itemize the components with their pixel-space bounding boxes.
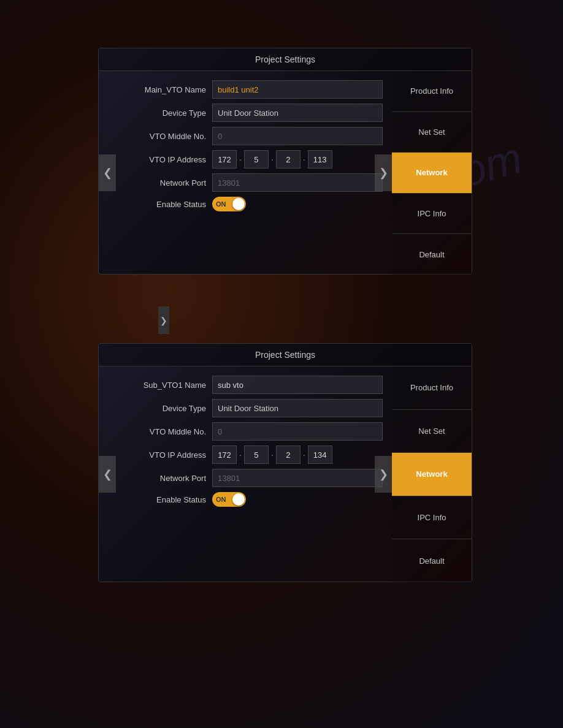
ip-address-fields: · · ·: [212, 150, 332, 169]
enable-status-row: Enable Status ON: [123, 197, 383, 211]
panel-top: Project Settings ❮ Main_VTO Name Device …: [98, 48, 472, 275]
ip-segment-3[interactable]: [276, 150, 301, 169]
enable-status-label-2: Enable Status: [123, 495, 206, 504]
ip-dot-3: ·: [303, 154, 305, 164]
panel-top-left-arrow[interactable]: ❮: [99, 154, 116, 191]
ip-dot-2-2: ·: [271, 450, 274, 460]
vto-ip-address-label: VTO IP Address: [123, 155, 206, 164]
ip-segment-4[interactable]: [308, 150, 332, 169]
default-btn-2[interactable]: Default: [392, 539, 472, 582]
enable-status-label: Enable Status: [123, 200, 206, 209]
vto-middle-no-label-2: VTO Middle No.: [123, 427, 206, 436]
device-type-input-2[interactable]: [212, 399, 383, 417]
net-set-btn[interactable]: Net Set: [392, 112, 472, 153]
network-btn[interactable]: Network: [392, 153, 472, 194]
enable-status-toggle[interactable]: ON: [212, 197, 246, 211]
ip-segment-2-2[interactable]: [244, 446, 269, 464]
between-panels-arrow[interactable]: ❯: [158, 306, 169, 334]
toggle-on-label-2: ON: [216, 496, 226, 503]
panel-bottom-right-arrow[interactable]: ❯: [375, 456, 392, 493]
vto-middle-no-input-2[interactable]: [212, 422, 383, 441]
device-type-row-2: Device Type: [123, 399, 383, 417]
panel-bottom: Project Settings ❮ Sub_VTO1 Name Device …: [98, 343, 472, 582]
ipc-info-btn-2[interactable]: IPC Info: [392, 496, 472, 540]
ip-dot-2-3: ·: [303, 450, 305, 460]
device-type-input[interactable]: [212, 104, 383, 122]
net-set-btn-2[interactable]: Net Set: [392, 410, 472, 453]
device-type-label: Device Type: [123, 108, 206, 118]
network-port-label: Network Port: [123, 178, 206, 188]
ip-segment-2-4[interactable]: [308, 446, 332, 464]
toggle-knob-2: [232, 493, 245, 506]
network-port-input-2[interactable]: [212, 469, 383, 487]
enable-status-row-2: Enable Status ON: [123, 492, 383, 507]
ip-dot-1: ·: [239, 154, 242, 164]
ipc-info-btn[interactable]: IPC Info: [392, 194, 472, 235]
main-vto-name-row: Main_VTO Name: [123, 80, 383, 99]
vto-ip-address-row: VTO IP Address · · ·: [123, 150, 383, 169]
ip-segment-2-1[interactable]: [212, 446, 237, 464]
network-port-row-2: Network Port: [123, 469, 383, 487]
sub-vto1-name-input[interactable]: [212, 376, 383, 394]
enable-status-toggle-2[interactable]: ON: [212, 492, 246, 507]
ip-address-fields-2: · · ·: [212, 446, 332, 464]
panel-bottom-sidebar: Product Info Net Set Network IPC Info De…: [392, 366, 472, 582]
default-btn[interactable]: Default: [392, 234, 472, 275]
panel-bottom-form: Sub_VTO1 Name Device Type VTO Middle No.…: [99, 366, 392, 582]
network-port-row: Network Port: [123, 173, 383, 192]
panel-top-sidebar: Product Info Net Set Network IPC Info De…: [392, 71, 472, 275]
device-type-row: Device Type: [123, 104, 383, 122]
ip-segment-2[interactable]: [244, 150, 269, 169]
network-port-label-2: Network Port: [123, 474, 206, 483]
vto-ip-address-row-2: VTO IP Address · · ·: [123, 446, 383, 464]
main-vto-name-input[interactable]: [212, 80, 383, 99]
panel-top-title: Project Settings: [99, 48, 472, 71]
ip-segment-2-3[interactable]: [276, 446, 301, 464]
panel-top-content: ❮ Main_VTO Name Device Type VTO Middle N…: [99, 71, 472, 275]
device-type-label-2: Device Type: [123, 404, 206, 413]
panel-bottom-content: ❮ Sub_VTO1 Name Device Type VTO Middle N…: [99, 366, 472, 582]
panel-bottom-left-arrow[interactable]: ❮: [99, 456, 116, 493]
vto-middle-no-row-2: VTO Middle No.: [123, 422, 383, 441]
ip-dot-2: ·: [271, 154, 274, 164]
vto-middle-no-row: VTO Middle No.: [123, 127, 383, 145]
main-vto-name-label: Main_VTO Name: [123, 85, 206, 94]
ip-dot-2-1: ·: [239, 450, 242, 460]
product-info-btn[interactable]: Product Info: [392, 71, 472, 112]
toggle-on-label: ON: [216, 200, 226, 208]
panel-top-right-arrow[interactable]: ❯: [375, 154, 392, 191]
sub-vto1-name-row: Sub_VTO1 Name: [123, 376, 383, 394]
network-btn-2[interactable]: Network: [392, 453, 472, 496]
vto-middle-no-input[interactable]: [212, 127, 383, 145]
vto-middle-no-label: VTO Middle No.: [123, 132, 206, 141]
panel-bottom-title: Project Settings: [99, 344, 472, 366]
toggle-knob: [232, 198, 245, 210]
sub-vto1-name-label: Sub_VTO1 Name: [123, 381, 206, 390]
panel-top-form: Main_VTO Name Device Type VTO Middle No.…: [99, 71, 392, 275]
ip-segment-1[interactable]: [212, 150, 237, 169]
network-port-input[interactable]: [212, 173, 383, 192]
vto-ip-address-label-2: VTO IP Address: [123, 450, 206, 460]
product-info-btn-2[interactable]: Product Info: [392, 366, 472, 410]
page-wrapper: manualsarchive.com Project Settings ❮ Ma…: [0, 0, 563, 728]
